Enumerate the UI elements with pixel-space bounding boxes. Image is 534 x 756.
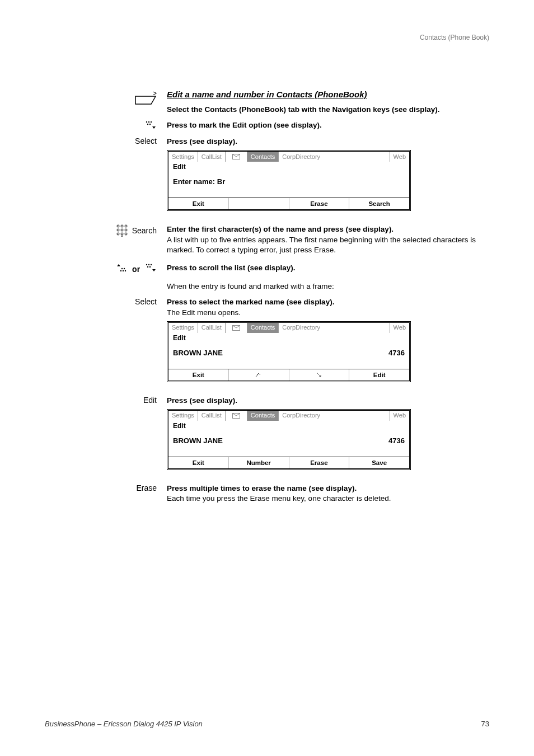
display-tab-strip: Settings CallList Contacts CorpDirectory… — [168, 411, 409, 421]
step-text: Press to scroll the list (see display). — [167, 263, 489, 273]
tab-messages-icon — [226, 323, 247, 333]
footer-text: BusinessPhone – Ericsson Dialog 4425 IP … — [45, 720, 203, 728]
svg-point-12 — [117, 233, 119, 235]
softkey-strip: Exit Erase Search — [168, 198, 409, 209]
step-text-body: The Edit menu opens. — [167, 308, 489, 318]
tab-web: Web — [390, 323, 409, 333]
display-tab-strip: Settings CallList Contacts CorpDirectory… — [168, 323, 409, 333]
navigation-key-icon — [134, 95, 157, 105]
left-label: Select — [45, 137, 167, 219]
footer: BusinessPhone – Ericsson Dialog 4425 IP … — [45, 720, 489, 728]
softkey: Exit — [168, 198, 229, 209]
tab-calllist: CallList — [198, 411, 226, 421]
step-text-bold: Press to select the marked name (see dis… — [167, 297, 489, 307]
svg-point-3 — [147, 124, 148, 125]
softkey: Exit — [168, 457, 229, 468]
left-label — [45, 120, 167, 131]
tab-calllist: CallList — [198, 323, 226, 333]
tab-messages-icon — [226, 152, 247, 162]
softkey: Number — [229, 457, 289, 468]
softkey-arrow-down-icon — [289, 369, 350, 381]
display-mode-line: Edit — [173, 334, 405, 342]
step-text-body: When the entry is found and marked with … — [167, 281, 489, 292]
softkey — [229, 198, 289, 209]
softkey: Search — [349, 198, 409, 209]
svg-point-16 — [121, 268, 123, 269]
softkey: Exit — [168, 369, 229, 381]
svg-point-8 — [125, 225, 127, 227]
phone-display: Settings CallList Contacts CorpDirectory… — [167, 321, 411, 382]
tab-corpdirectory: CorpDirectory — [279, 152, 390, 162]
tab-web: Web — [390, 152, 409, 162]
svg-point-10 — [121, 229, 123, 231]
left-label: Search — [45, 224, 167, 255]
display-mode-line: Edit — [173, 422, 405, 430]
step-text: Select the Contacts (PhoneBook) tab with… — [167, 105, 489, 115]
step-text-bold: Enter the first character(s) of the name… — [167, 224, 489, 234]
display-tab-strip: Settings CallList Contacts CorpDirectory… — [168, 152, 409, 162]
running-head: Contacts (Phone Book) — [420, 34, 489, 41]
tab-contacts: Contacts — [247, 323, 279, 333]
display-body: Edit BROWN JANE 4736 — [168, 421, 409, 457]
section-title: Edit a name and number in Contacts (Phon… — [167, 90, 489, 99]
tab-corpdirectory: CorpDirectory — [279, 411, 390, 421]
left-label — [45, 281, 167, 292]
svg-point-0 — [146, 121, 147, 123]
tab-calllist: CallList — [198, 152, 226, 162]
svg-point-13 — [121, 233, 123, 235]
softkey-strip: Exit Number Erase Save — [168, 457, 409, 468]
svg-point-7 — [121, 225, 123, 227]
svg-point-9 — [117, 229, 119, 231]
display-main-text: Enter name: Br — [173, 177, 225, 186]
step-text-bold: Press multiple times to erase the name (… — [167, 483, 489, 494]
tab-web: Web — [390, 411, 409, 421]
svg-point-24 — [147, 266, 148, 267]
step-text: Press to mark the Edit option (see displ… — [167, 120, 489, 130]
svg-point-2 — [151, 121, 152, 123]
display-body: Edit Enter name: Br — [168, 162, 409, 198]
down-dots-icon — [144, 263, 157, 274]
phone-display: Settings CallList Contacts CorpDirectory… — [167, 150, 411, 211]
left-label: Edit — [45, 396, 167, 478]
keypad-icon — [116, 224, 128, 238]
svg-point-20 — [125, 270, 126, 271]
content: > Edit a name and number in Contacts (Ph… — [45, 90, 489, 504]
left-label-text: Search — [132, 227, 157, 236]
svg-point-15 — [121, 236, 123, 237]
tab-settings: Settings — [168, 323, 198, 333]
up-dots-icon — [115, 263, 128, 274]
svg-point-22 — [148, 264, 149, 265]
svg-point-14 — [125, 233, 127, 235]
svg-point-19 — [123, 270, 124, 271]
display-number: 4736 — [388, 436, 405, 445]
page-number: 73 — [481, 720, 489, 728]
tab-settings: Settings — [168, 411, 198, 421]
softkey-strip: Exit Edit — [168, 369, 409, 381]
tab-messages-icon — [226, 411, 247, 421]
step-text-body: A list with up to five entries appears. … — [167, 235, 489, 255]
display-name: BROWN JANE — [173, 349, 223, 357]
or-separator: or — [132, 265, 140, 274]
display-name: BROWN JANE — [173, 436, 223, 445]
phone-display: Settings CallList Contacts CorpDirectory… — [167, 409, 411, 470]
display-body: Edit BROWN JANE 4736 — [168, 333, 409, 369]
step-text: Press (see display). — [167, 396, 489, 406]
svg-point-4 — [149, 124, 151, 125]
svg-point-6 — [117, 225, 119, 227]
step-text: Press (see display). — [167, 137, 489, 147]
left-label: Erase — [45, 483, 167, 504]
softkey: Erase — [289, 457, 350, 468]
tab-contacts: Contacts — [247, 411, 279, 421]
tab-settings: Settings — [168, 152, 198, 162]
display-number: 4736 — [388, 349, 405, 357]
tab-corpdirectory: CorpDirectory — [279, 323, 390, 333]
svg-point-17 — [124, 268, 125, 269]
page: Contacts (Phone Book) > Edit a name and … — [0, 0, 534, 756]
left-label: > — [45, 90, 167, 115]
svg-point-21 — [146, 264, 147, 265]
softkey: Save — [349, 457, 409, 468]
down-dots-icon — [144, 120, 157, 131]
svg-point-23 — [151, 264, 152, 265]
softkey: Erase — [289, 198, 350, 209]
svg-point-1 — [148, 121, 149, 123]
